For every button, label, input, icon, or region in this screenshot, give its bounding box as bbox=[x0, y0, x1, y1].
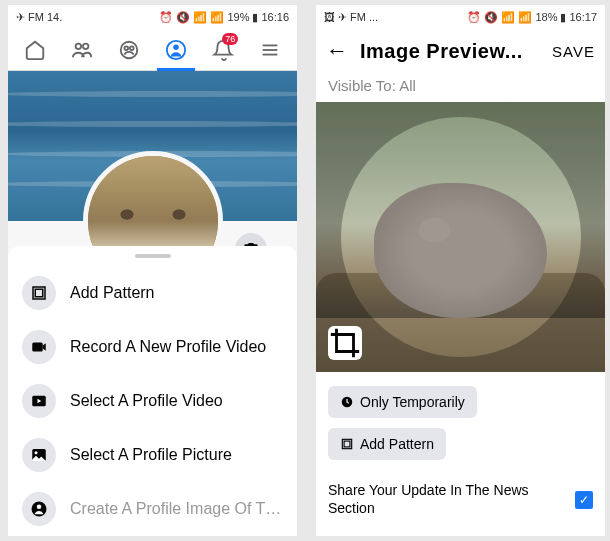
sheet-select-picture[interactable]: Select A Profile Picture bbox=[8, 428, 297, 482]
signal-icon: 📶 bbox=[210, 11, 224, 24]
image-icon: 🖼 bbox=[324, 11, 335, 23]
phone-left: ✈ FM 14. ⏰ 🔇 📶 📶 19% ▮ 16:16 76 bbox=[8, 5, 297, 536]
frame-icon bbox=[22, 276, 56, 310]
battery-label: 18% bbox=[535, 11, 557, 23]
svg-point-4 bbox=[130, 46, 134, 50]
svg-point-2 bbox=[121, 41, 138, 58]
svg-point-0 bbox=[76, 43, 82, 49]
header: ← Image Preview... SAVE bbox=[316, 29, 605, 73]
crop-circle bbox=[341, 117, 581, 357]
sheet-select-video[interactable]: Select A Profile Video bbox=[8, 374, 297, 428]
signal-icon: 📶 bbox=[518, 11, 532, 24]
svg-point-15 bbox=[35, 451, 38, 454]
tab-friends[interactable] bbox=[59, 29, 106, 70]
svg-point-1 bbox=[83, 43, 89, 49]
cover-area bbox=[8, 71, 297, 271]
sheet-label: Select A Profile Picture bbox=[70, 446, 232, 464]
battery-icon: ▮ bbox=[252, 11, 258, 24]
phone-right: 🖼 ✈ FM ... ⏰ 🔇 📶 📶 18% ▮ 16:17 ← Image P… bbox=[316, 5, 605, 536]
svg-point-3 bbox=[124, 46, 128, 50]
tab-notifications[interactable]: 76 bbox=[199, 29, 246, 70]
bottom-sheet: Add Pattern Record A New Profile Video S… bbox=[8, 246, 297, 536]
sheet-label: Create A Profile Image Of The A... bbox=[70, 500, 283, 518]
sheet-handle[interactable] bbox=[135, 254, 171, 258]
send-icon: ✈ bbox=[16, 11, 25, 24]
svg-rect-20 bbox=[344, 441, 350, 447]
back-arrow-icon[interactable]: ← bbox=[326, 38, 348, 64]
time-label: 16:16 bbox=[261, 11, 289, 23]
tab-profile[interactable] bbox=[152, 29, 199, 70]
mute-icon: 🔇 bbox=[484, 11, 498, 24]
save-button[interactable]: SAVE bbox=[552, 43, 595, 60]
button-label: Only Temporarily bbox=[360, 394, 465, 410]
sheet-label: Add Pattern bbox=[70, 284, 155, 302]
add-pattern-button[interactable]: Add Pattern bbox=[328, 428, 446, 460]
sheet-label: Record A New Profile Video bbox=[70, 338, 266, 356]
svg-rect-11 bbox=[35, 289, 43, 297]
notif-badge: 76 bbox=[222, 33, 238, 45]
frame-icon bbox=[340, 437, 354, 451]
battery-label: 19% bbox=[227, 11, 249, 23]
mute-icon: 🔇 bbox=[176, 11, 190, 24]
only-temporarily-button[interactable]: Only Temporarily bbox=[328, 386, 477, 418]
video-icon bbox=[22, 384, 56, 418]
clock-icon bbox=[340, 395, 354, 409]
image-preview[interactable] bbox=[316, 102, 605, 372]
carrier-label: FM 14. bbox=[28, 11, 62, 23]
share-label: Share Your Update In The News Section bbox=[328, 482, 558, 517]
page-title: Image Preview... bbox=[360, 40, 540, 63]
alarm-icon: ⏰ bbox=[467, 11, 481, 24]
tab-home[interactable] bbox=[12, 29, 59, 70]
wifi-icon: 📶 bbox=[501, 11, 515, 24]
avatar-icon bbox=[22, 492, 56, 526]
sheet-label: Select A Profile Video bbox=[70, 392, 223, 410]
svg-point-6 bbox=[173, 44, 179, 50]
sheet-create-avatar[interactable]: Create A Profile Image Of The A... bbox=[8, 482, 297, 536]
crop-button[interactable] bbox=[328, 326, 362, 360]
svg-point-17 bbox=[37, 505, 42, 510]
share-checkbox[interactable]: ✓ bbox=[575, 491, 593, 509]
tab-menu[interactable] bbox=[246, 29, 293, 70]
nav-tabs: 76 bbox=[8, 29, 297, 71]
tab-groups[interactable] bbox=[106, 29, 153, 70]
share-row: Share Your Update In The News Section ✓ bbox=[316, 476, 605, 523]
battery-icon: ▮ bbox=[560, 11, 566, 24]
time-label: 16:17 bbox=[569, 11, 597, 23]
button-label: Add Pattern bbox=[360, 436, 434, 452]
visibility-row[interactable]: Visible To: All bbox=[316, 73, 605, 102]
status-bar: ✈ FM 14. ⏰ 🔇 📶 📶 19% ▮ 16:16 bbox=[8, 5, 297, 29]
status-bar: 🖼 ✈ FM ... ⏰ 🔇 📶 📶 18% ▮ 16:17 bbox=[316, 5, 605, 29]
alarm-icon: ⏰ bbox=[159, 11, 173, 24]
carrier-label: FM ... bbox=[350, 11, 378, 23]
send-icon: ✈ bbox=[338, 11, 347, 24]
sheet-add-pattern[interactable]: Add Pattern bbox=[8, 266, 297, 320]
svg-rect-12 bbox=[32, 343, 43, 352]
picture-icon bbox=[22, 438, 56, 472]
wifi-icon: 📶 bbox=[193, 11, 207, 24]
sheet-record-video[interactable]: Record A New Profile Video bbox=[8, 320, 297, 374]
video-record-icon bbox=[22, 330, 56, 364]
